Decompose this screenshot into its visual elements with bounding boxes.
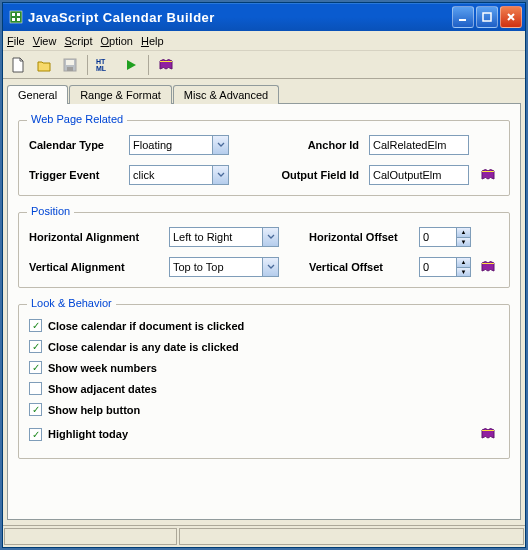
close-button[interactable]: [500, 6, 522, 28]
svg-rect-4: [17, 18, 20, 21]
highlight-checkbox[interactable]: ✓: [29, 428, 42, 441]
highlight-label: Highlight today: [48, 428, 128, 440]
h-offset-value: 0: [420, 228, 456, 246]
svg-rect-13: [482, 171, 494, 172]
trigger-event-label: Trigger Event: [29, 169, 129, 181]
window-title: JavaScript Calendar Builder: [28, 10, 452, 25]
minimize-button[interactable]: [452, 6, 474, 28]
svg-text:HT: HT: [96, 58, 106, 65]
h-offset-label: Horizontal Offset: [309, 231, 419, 243]
web-page-related-group: Web Page Related Calendar Type Floating …: [18, 120, 510, 196]
toolbar-separator: [87, 55, 88, 75]
h-align-select[interactable]: Left to Right: [169, 227, 279, 247]
help-btn-checkbox[interactable]: ✓: [29, 403, 42, 416]
svg-rect-8: [66, 60, 74, 65]
menu-option[interactable]: Option: [101, 35, 133, 47]
chevron-down-icon: [212, 136, 228, 154]
v-align-value: Top to Top: [170, 261, 227, 273]
help-book-icon[interactable]: [155, 54, 177, 76]
trigger-event-select[interactable]: click: [129, 165, 229, 185]
statusbar: [3, 525, 525, 547]
help-book-icon[interactable]: [477, 257, 499, 277]
group-legend: Web Page Related: [27, 113, 127, 125]
svg-rect-5: [459, 19, 466, 21]
tab-misc-advanced[interactable]: Misc & Advanced: [173, 85, 279, 104]
anchor-id-label: Anchor Id: [269, 139, 369, 151]
svg-text:ML: ML: [96, 65, 107, 72]
output-field-id-input[interactable]: [369, 165, 469, 185]
calendar-type-value: Floating: [130, 139, 175, 151]
svg-rect-6: [483, 13, 491, 21]
spinner-up-icon[interactable]: ▲: [457, 228, 470, 238]
status-cell: [179, 528, 524, 545]
new-file-icon[interactable]: [7, 54, 29, 76]
h-offset-spinner[interactable]: 0 ▲ ▼: [419, 227, 471, 247]
help-btn-label: Show help button: [48, 404, 140, 416]
anchor-id-input[interactable]: [369, 135, 469, 155]
svg-rect-0: [10, 11, 22, 23]
svg-rect-1: [12, 13, 15, 16]
help-book-icon[interactable]: [477, 424, 499, 444]
menu-view[interactable]: View: [33, 35, 57, 47]
v-align-label: Vertical Alignment: [29, 261, 169, 273]
h-align-value: Left to Right: [170, 231, 235, 243]
svg-rect-3: [12, 18, 15, 21]
maximize-button[interactable]: [476, 6, 498, 28]
run-icon[interactable]: [120, 54, 142, 76]
adjacent-label: Show adjacent dates: [48, 383, 157, 395]
v-offset-spinner[interactable]: 0 ▲ ▼: [419, 257, 471, 277]
html-icon[interactable]: HTML: [94, 54, 116, 76]
v-offset-label: Vertical Offset: [309, 261, 419, 273]
week-nums-label: Show week numbers: [48, 362, 157, 374]
open-file-icon[interactable]: [33, 54, 55, 76]
svg-rect-9: [67, 67, 73, 71]
chevron-down-icon: [262, 258, 278, 276]
chevron-down-icon: [262, 228, 278, 246]
toolbar: HTML: [3, 51, 525, 79]
app-window: JavaScript Calendar Builder File View Sc…: [2, 2, 526, 548]
close-date-label: Close calendar is any date is clicked: [48, 341, 239, 353]
spinner-up-icon[interactable]: ▲: [457, 258, 470, 268]
close-date-checkbox[interactable]: ✓: [29, 340, 42, 353]
app-icon: [8, 9, 24, 25]
status-cell: [4, 528, 177, 545]
v-align-select[interactable]: Top to Top: [169, 257, 279, 277]
close-doc-checkbox[interactable]: ✓: [29, 319, 42, 332]
week-nums-checkbox[interactable]: ✓: [29, 361, 42, 374]
help-book-icon[interactable]: [477, 165, 499, 185]
output-field-id-label: Output Field Id: [269, 169, 369, 181]
trigger-event-value: click: [130, 169, 157, 181]
spinner-down-icon[interactable]: ▼: [457, 268, 470, 277]
group-legend: Look & Behavior: [27, 297, 116, 309]
svg-rect-15: [482, 430, 494, 431]
calendar-type-label: Calendar Type: [29, 139, 129, 151]
menu-file[interactable]: File: [7, 35, 25, 47]
tab-general[interactable]: General: [7, 85, 68, 104]
toolbar-separator: [148, 55, 149, 75]
tab-panel-general: Web Page Related Calendar Type Floating …: [7, 103, 521, 520]
calendar-type-select[interactable]: Floating: [129, 135, 229, 155]
h-align-label: Horizontal Alignment: [29, 231, 169, 243]
svg-rect-12: [160, 61, 172, 62]
menu-script[interactable]: Script: [64, 35, 92, 47]
svg-rect-2: [17, 13, 20, 16]
v-offset-value: 0: [420, 258, 456, 276]
tab-range-format[interactable]: Range & Format: [69, 85, 172, 104]
tabs: General Range & Format Misc & Advanced: [3, 79, 525, 104]
close-doc-label: Close calendar if document is clicked: [48, 320, 244, 332]
group-legend: Position: [27, 205, 74, 217]
chevron-down-icon: [212, 166, 228, 184]
look-behavior-group: Look & Behavior ✓ Close calendar if docu…: [18, 304, 510, 459]
position-group: Position Horizontal Alignment Left to Ri…: [18, 212, 510, 288]
spinner-down-icon[interactable]: ▼: [457, 238, 470, 247]
menubar: File View Script Option Help: [3, 31, 525, 51]
save-file-icon[interactable]: [59, 54, 81, 76]
titlebar: JavaScript Calendar Builder: [3, 3, 525, 31]
svg-rect-14: [482, 263, 494, 264]
adjacent-checkbox[interactable]: [29, 382, 42, 395]
menu-help[interactable]: Help: [141, 35, 164, 47]
